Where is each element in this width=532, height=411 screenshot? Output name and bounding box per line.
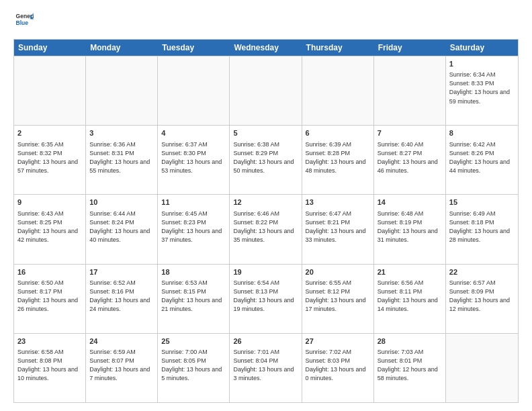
day-cell: 24Sunrise: 6:59 AM Sunset: 8:07 PM Dayli… (86, 334, 158, 402)
day-number: 25 (161, 336, 226, 347)
day-cell: 9Sunrise: 6:43 AM Sunset: 8:25 PM Daylig… (14, 195, 86, 263)
day-number: 4 (161, 128, 226, 138)
day-number: 20 (306, 267, 370, 277)
calendar-body: 1Sunrise: 6:34 AM Sunset: 8:33 PM Daylig… (14, 56, 518, 402)
day-number: 8 (449, 128, 515, 138)
day-cell: 14Sunrise: 6:48 AM Sunset: 8:19 PM Dayli… (374, 195, 446, 263)
calendar-header-cell: Friday (374, 40, 446, 56)
day-cell: 11Sunrise: 6:45 AM Sunset: 8:23 PM Dayli… (158, 195, 230, 263)
day-number: 19 (233, 267, 298, 277)
day-info: Sunrise: 6:58 AM Sunset: 8:08 PM Dayligh… (17, 348, 82, 383)
day-info: Sunrise: 6:46 AM Sunset: 8:22 PM Dayligh… (233, 210, 298, 244)
day-cell: 6Sunrise: 6:39 AM Sunset: 8:28 PM Daylig… (302, 126, 374, 194)
day-cell: 8Sunrise: 6:42 AM Sunset: 8:26 PM Daylig… (446, 126, 518, 194)
day-info: Sunrise: 7:01 AM Sunset: 8:04 PM Dayligh… (233, 348, 298, 383)
empty-cell (86, 56, 158, 125)
day-info: Sunrise: 6:44 AM Sunset: 8:24 PM Dayligh… (89, 210, 154, 244)
day-info: Sunrise: 6:47 AM Sunset: 8:21 PM Dayligh… (306, 210, 370, 244)
day-cell: 5Sunrise: 6:38 AM Sunset: 8:29 PM Daylig… (230, 126, 302, 194)
calendar-week-row: 9Sunrise: 6:43 AM Sunset: 8:25 PM Daylig… (14, 194, 518, 263)
day-number: 16 (17, 267, 82, 277)
day-info: Sunrise: 6:43 AM Sunset: 8:25 PM Dayligh… (17, 210, 82, 244)
empty-cell (230, 56, 302, 125)
day-info: Sunrise: 6:49 AM Sunset: 8:18 PM Dayligh… (449, 210, 515, 244)
day-cell: 1Sunrise: 6:34 AM Sunset: 8:33 PM Daylig… (446, 56, 518, 125)
calendar-header-cell: Tuesday (158, 40, 230, 56)
day-info: Sunrise: 6:37 AM Sunset: 8:30 PM Dayligh… (161, 140, 226, 175)
day-info: Sunrise: 6:54 AM Sunset: 8:13 PM Dayligh… (233, 279, 298, 314)
day-number: 6 (306, 128, 370, 138)
day-info: Sunrise: 6:57 AM Sunset: 8:09 PM Dayligh… (449, 279, 515, 314)
empty-cell (302, 56, 374, 125)
logo: General Blue (13, 11, 34, 32)
day-cell: 4Sunrise: 6:37 AM Sunset: 8:30 PM Daylig… (158, 126, 230, 194)
day-cell: 23Sunrise: 6:58 AM Sunset: 8:08 PM Dayli… (14, 334, 86, 402)
day-info: Sunrise: 6:59 AM Sunset: 8:07 PM Dayligh… (89, 348, 154, 383)
day-cell: 3Sunrise: 6:36 AM Sunset: 8:31 PM Daylig… (86, 126, 158, 194)
day-info: Sunrise: 6:45 AM Sunset: 8:23 PM Dayligh… (161, 210, 226, 244)
empty-cell (158, 56, 230, 125)
day-number: 12 (233, 197, 298, 208)
svg-text:Blue: Blue (16, 19, 29, 26)
day-info: Sunrise: 6:52 AM Sunset: 8:16 PM Dayligh… (89, 279, 154, 314)
day-number: 23 (17, 336, 82, 347)
empty-cell (374, 56, 446, 125)
day-info: Sunrise: 6:42 AM Sunset: 8:26 PM Dayligh… (449, 140, 515, 175)
calendar-header-cell: Wednesday (230, 40, 302, 56)
day-cell: 28Sunrise: 7:03 AM Sunset: 8:01 PM Dayli… (374, 334, 446, 402)
day-cell: 21Sunrise: 6:56 AM Sunset: 8:11 PM Dayli… (374, 265, 446, 333)
day-cell: 18Sunrise: 6:53 AM Sunset: 8:15 PM Dayli… (158, 265, 230, 333)
day-number: 27 (306, 336, 370, 347)
day-cell: 10Sunrise: 6:44 AM Sunset: 8:24 PM Dayli… (86, 195, 158, 263)
calendar-week-row: 2Sunrise: 6:35 AM Sunset: 8:32 PM Daylig… (14, 125, 518, 194)
day-info: Sunrise: 7:03 AM Sunset: 8:01 PM Dayligh… (378, 348, 442, 383)
day-cell: 16Sunrise: 6:50 AM Sunset: 8:17 PM Dayli… (14, 265, 86, 333)
calendar-header-cell: Saturday (446, 40, 518, 56)
day-number: 11 (161, 197, 226, 208)
day-info: Sunrise: 6:39 AM Sunset: 8:28 PM Dayligh… (306, 140, 370, 175)
day-number: 10 (89, 197, 154, 208)
day-number: 2 (17, 128, 82, 138)
day-info: Sunrise: 7:02 AM Sunset: 8:03 PM Dayligh… (306, 348, 370, 383)
day-cell: 13Sunrise: 6:47 AM Sunset: 8:21 PM Dayli… (302, 195, 374, 263)
calendar-week-row: 1Sunrise: 6:34 AM Sunset: 8:33 PM Daylig… (14, 56, 518, 125)
day-number: 9 (17, 197, 82, 208)
page: General Blue SundayMondayTuesdayWednesda… (0, 0, 532, 411)
day-number: 26 (233, 336, 298, 347)
day-cell: 12Sunrise: 6:46 AM Sunset: 8:22 PM Dayli… (230, 195, 302, 263)
day-number: 15 (449, 197, 515, 208)
calendar: SundayMondayTuesdayWednesdayThursdayFrid… (13, 39, 519, 403)
day-info: Sunrise: 6:35 AM Sunset: 8:32 PM Dayligh… (17, 140, 82, 175)
day-number: 18 (161, 267, 226, 277)
day-info: Sunrise: 7:00 AM Sunset: 8:05 PM Dayligh… (161, 348, 226, 383)
day-number: 17 (89, 267, 154, 277)
day-number: 5 (233, 128, 298, 138)
day-number: 3 (89, 128, 154, 138)
day-cell: 20Sunrise: 6:55 AM Sunset: 8:12 PM Dayli… (302, 265, 374, 333)
calendar-header-cell: Sunday (14, 40, 86, 56)
day-number: 13 (306, 197, 370, 208)
calendar-header-cell: Thursday (302, 40, 374, 56)
day-cell: 25Sunrise: 7:00 AM Sunset: 8:05 PM Dayli… (158, 334, 230, 402)
day-cell: 2Sunrise: 6:35 AM Sunset: 8:32 PM Daylig… (14, 126, 86, 194)
calendar-week-row: 16Sunrise: 6:50 AM Sunset: 8:17 PM Dayli… (14, 264, 518, 333)
day-number: 21 (378, 267, 442, 277)
calendar-header-row: SundayMondayTuesdayWednesdayThursdayFrid… (14, 40, 518, 56)
day-number: 22 (449, 267, 515, 277)
day-number: 24 (89, 336, 154, 347)
day-info: Sunrise: 6:38 AM Sunset: 8:29 PM Dayligh… (233, 140, 298, 175)
day-cell: 7Sunrise: 6:40 AM Sunset: 8:27 PM Daylig… (374, 126, 446, 194)
day-info: Sunrise: 6:40 AM Sunset: 8:27 PM Dayligh… (378, 140, 442, 175)
day-info: Sunrise: 6:34 AM Sunset: 8:33 PM Dayligh… (449, 71, 515, 105)
empty-cell (446, 334, 518, 402)
day-cell: 22Sunrise: 6:57 AM Sunset: 8:09 PM Dayli… (446, 265, 518, 333)
day-number: 14 (378, 197, 442, 208)
logo-icon: General Blue (15, 11, 34, 30)
day-cell: 19Sunrise: 6:54 AM Sunset: 8:13 PM Dayli… (230, 265, 302, 333)
day-info: Sunrise: 6:55 AM Sunset: 8:12 PM Dayligh… (306, 279, 370, 314)
day-number: 28 (378, 336, 442, 347)
day-info: Sunrise: 6:36 AM Sunset: 8:31 PM Dayligh… (89, 140, 154, 175)
day-info: Sunrise: 6:56 AM Sunset: 8:11 PM Dayligh… (378, 279, 442, 314)
day-cell: 26Sunrise: 7:01 AM Sunset: 8:04 PM Dayli… (230, 334, 302, 402)
header: General Blue (13, 11, 519, 32)
